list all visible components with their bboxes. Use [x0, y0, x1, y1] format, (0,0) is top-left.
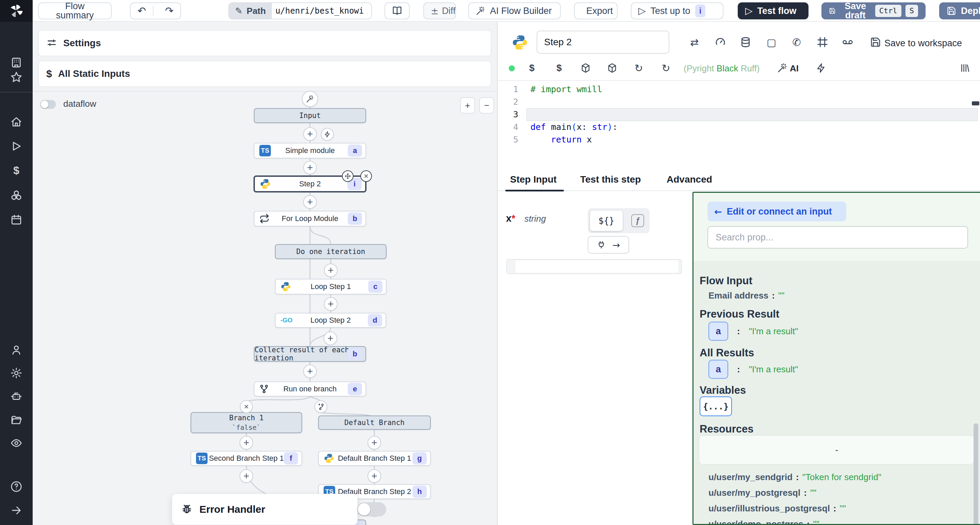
- deploy-button[interactable]: Deploy: [939, 2, 980, 19]
- home-icon[interactable]: [10, 116, 23, 128]
- flow-input-row[interactable]: Email address:"": [708, 290, 784, 301]
- add-step-button[interactable]: +: [240, 469, 253, 483]
- audit-logs-eye-icon[interactable]: [10, 436, 23, 449]
- flow-node-second-branch-step-1[interactable]: TS Second Branch Step 1 f: [191, 451, 302, 466]
- add-step-button[interactable]: +: [368, 436, 381, 449]
- flow-summary-button[interactable]: Flow summary: [38, 2, 111, 19]
- arg-value-input[interactable]: [506, 259, 682, 274]
- add-resource-dollar-icon[interactable]: $: [552, 61, 566, 75]
- flow-node-loop-step-1[interactable]: Loop Step 1 c: [275, 279, 387, 295]
- add-branch-button[interactable]: [314, 400, 327, 413]
- windmill-logo[interactable]: [0, 0, 33, 22]
- test-flow-button[interactable]: ▷ Test flow: [738, 2, 808, 19]
- flow-node-loop-step-2[interactable]: -GO Loop Step 2 d: [275, 313, 386, 328]
- resource-row[interactable]: u/user/my_sendgrid:"Token for sendgrid": [708, 472, 881, 482]
- container-square-icon[interactable]: ▢: [765, 36, 778, 48]
- variables-row[interactable]: {...}: [700, 397, 732, 416]
- settings-gear-icon[interactable]: [10, 366, 23, 379]
- refresh-icon[interactable]: ↻: [632, 61, 646, 75]
- error-handler-card: Error Handler: [172, 494, 358, 525]
- database-icon[interactable]: [740, 36, 752, 48]
- frame-icon[interactable]: [816, 36, 829, 48]
- phone-call-icon[interactable]: ✆: [791, 36, 803, 48]
- add-step-button[interactable]: +: [324, 331, 337, 345]
- test-up-to-button[interactable]: ▷ Test up to i: [631, 2, 724, 19]
- resource-row[interactable]: u/user/demo_postgres:"": [708, 519, 819, 525]
- add-variable-dollar-icon[interactable]: $: [525, 61, 539, 75]
- redo-icon[interactable]: ↷: [158, 6, 180, 16]
- trigger-bolt-circle-button[interactable]: [321, 128, 334, 141]
- folders-icon[interactable]: [10, 414, 23, 427]
- runs-play-icon[interactable]: [10, 140, 23, 153]
- ai-flow-builder-button[interactable]: AI Flow Builder: [468, 2, 561, 19]
- path-input[interactable]: u/henri/best_knowi: [272, 3, 371, 19]
- workers-robot-icon[interactable]: [10, 390, 23, 403]
- template-expression-toggle[interactable]: ${}: [590, 210, 623, 231]
- panel-scrollbar[interactable]: [974, 423, 978, 525]
- flow-node-simple-module[interactable]: TS Simple module a: [254, 143, 366, 159]
- connect-input-group[interactable]: →: [588, 236, 629, 254]
- save-draft-button[interactable]: Save draft Ctrl S: [821, 2, 926, 19]
- flow-node-branch-1[interactable]: Branch 1 `false`: [191, 412, 302, 433]
- undo-icon[interactable]: ↶: [130, 6, 153, 16]
- step-id-badge[interactable]: a: [708, 360, 728, 379]
- add-step-button[interactable]: +: [303, 127, 317, 141]
- flow-node-do-one-iteration[interactable]: Do one iteration: [275, 244, 387, 259]
- add-step-button[interactable]: +: [303, 195, 317, 209]
- editor-scroll-marker[interactable]: [972, 102, 979, 105]
- add-step-button[interactable]: +: [324, 297, 337, 311]
- workspace-icon[interactable]: [10, 56, 23, 69]
- all-results-row[interactable]: a :"I'm a result": [708, 360, 798, 379]
- tab-advanced[interactable]: Advanced: [667, 174, 712, 185]
- save-to-workspace-button[interactable]: Save to workspace: [885, 38, 962, 49]
- code-editor[interactable]: 1 2 3 4 5 # import wmill def main(x: str…: [498, 80, 980, 171]
- flow-node-default-branch-step-1[interactable]: Default Branch Step 1 g: [318, 451, 431, 466]
- library-icon[interactable]: [958, 61, 972, 75]
- step-id-badge[interactable]: a: [708, 322, 728, 341]
- add-step-button[interactable]: +: [368, 469, 381, 483]
- refresh-icon[interactable]: ↻: [659, 61, 673, 75]
- add-step-button[interactable]: +: [240, 436, 253, 449]
- step-name-input[interactable]: [537, 30, 669, 54]
- error-handler-toggle[interactable]: [357, 502, 386, 517]
- export-button[interactable]: Export: [574, 2, 617, 19]
- favorites-star-icon[interactable]: [10, 71, 23, 84]
- resources-cubes-icon[interactable]: [10, 189, 23, 201]
- flow-node-default-branch[interactable]: Default Branch: [318, 416, 431, 430]
- add-step-button[interactable]: +: [303, 161, 317, 174]
- gauge-icon[interactable]: [714, 36, 727, 48]
- tab-test-this-step[interactable]: Test this step: [580, 174, 641, 185]
- resources-select[interactable]: -: [699, 435, 975, 465]
- tab-step-input[interactable]: Step Input: [510, 174, 557, 185]
- resource-row[interactable]: u/user/illustrious_postgresql:"": [708, 503, 846, 514]
- previous-result-row[interactable]: a :"I'm a result": [708, 322, 798, 341]
- voicemail-icon[interactable]: [842, 36, 854, 48]
- function-toggle[interactable]: ƒ: [631, 214, 644, 227]
- users-person-icon[interactable]: [10, 343, 23, 356]
- flow-node-input[interactable]: Input: [254, 108, 366, 123]
- swap-icon[interactable]: ⇄: [688, 36, 701, 48]
- flow-node-collect-result[interactable]: Collect result of each iteration b: [254, 346, 366, 362]
- delete-step-button[interactable]: ×: [360, 170, 372, 182]
- add-step-button[interactable]: +: [324, 263, 337, 277]
- ai-label[interactable]: AI: [790, 63, 799, 74]
- add-step-button[interactable]: +: [303, 365, 317, 378]
- ai-wand-circle-button[interactable]: [302, 91, 318, 107]
- lightning-icon[interactable]: [814, 61, 828, 75]
- search-prop-input[interactable]: [708, 226, 968, 249]
- flow-node-run-one-branch[interactable]: Run one branch e: [254, 382, 366, 397]
- flow-node-for-loop[interactable]: For Loop Module b: [254, 211, 366, 227]
- resource-row[interactable]: u/user/my_postgresql:"": [708, 488, 816, 498]
- ai-wand-icon[interactable]: [775, 61, 789, 75]
- help-icon[interactable]: [10, 480, 23, 493]
- variables-dollar-icon[interactable]: $: [10, 164, 23, 177]
- expand-sidebar-arrow-icon[interactable]: [10, 504, 23, 517]
- package-icon[interactable]: [605, 61, 619, 75]
- remove-branch-button[interactable]: ×: [240, 400, 253, 413]
- package-icon[interactable]: [579, 61, 592, 75]
- flow-docs-book-button[interactable]: [385, 2, 410, 19]
- move-step-button[interactable]: [342, 170, 353, 182]
- diff-button[interactable]: ± Diff: [423, 2, 456, 19]
- schedules-calendar-icon[interactable]: [10, 213, 23, 226]
- edit-or-connect-pill[interactable]: ← Edit or connect an input: [708, 201, 846, 221]
